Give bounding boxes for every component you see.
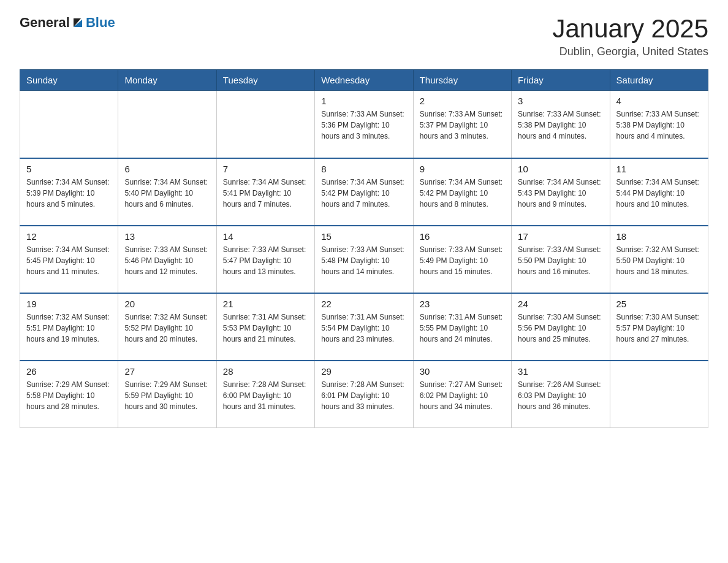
day-info: Sunrise: 7:33 AM Sunset: 5:47 PM Dayligh… xyxy=(223,244,308,277)
calendar-table: SundayMondayTuesdayWednesdayThursdayFrid… xyxy=(20,69,708,428)
calendar-cell: 5Sunrise: 7:34 AM Sunset: 5:39 PM Daylig… xyxy=(20,158,118,226)
day-info: Sunrise: 7:34 AM Sunset: 5:42 PM Dayligh… xyxy=(321,177,406,210)
day-number: 7 xyxy=(223,164,308,174)
day-info: Sunrise: 7:34 AM Sunset: 5:44 PM Dayligh… xyxy=(616,177,702,210)
day-number: 24 xyxy=(518,299,603,309)
logo-icon xyxy=(71,16,85,29)
day-info: Sunrise: 7:29 AM Sunset: 5:59 PM Dayligh… xyxy=(124,379,210,412)
calendar-week-4: 19Sunrise: 7:32 AM Sunset: 5:51 PM Dayli… xyxy=(20,293,708,361)
calendar-cell: 14Sunrise: 7:33 AM Sunset: 5:47 PM Dayli… xyxy=(216,226,314,293)
header-sunday: Sunday xyxy=(20,70,118,91)
calendar-week-2: 5Sunrise: 7:34 AM Sunset: 5:39 PM Daylig… xyxy=(20,158,708,226)
day-info: Sunrise: 7:28 AM Sunset: 6:00 PM Dayligh… xyxy=(223,379,308,412)
day-info: Sunrise: 7:30 AM Sunset: 5:57 PM Dayligh… xyxy=(616,312,702,345)
calendar-cell: 6Sunrise: 7:34 AM Sunset: 5:40 PM Daylig… xyxy=(118,158,216,226)
calendar-cell: 3Sunrise: 7:33 AM Sunset: 5:38 PM Daylig… xyxy=(512,91,610,158)
calendar-title: January 2025 xyxy=(552,15,708,43)
day-number: 11 xyxy=(616,164,702,174)
calendar-cell: 22Sunrise: 7:31 AM Sunset: 5:54 PM Dayli… xyxy=(315,293,413,361)
day-info: Sunrise: 7:33 AM Sunset: 5:38 PM Dayligh… xyxy=(518,109,603,142)
calendar-cell: 10Sunrise: 7:34 AM Sunset: 5:43 PM Dayli… xyxy=(512,158,610,226)
calendar-cell: 7Sunrise: 7:34 AM Sunset: 5:41 PM Daylig… xyxy=(216,158,314,226)
calendar-cell: 26Sunrise: 7:29 AM Sunset: 5:58 PM Dayli… xyxy=(20,361,118,428)
day-number: 27 xyxy=(124,366,210,377)
calendar-cell: 18Sunrise: 7:32 AM Sunset: 5:50 PM Dayli… xyxy=(610,226,708,293)
day-info: Sunrise: 7:33 AM Sunset: 5:37 PM Dayligh… xyxy=(420,109,505,142)
day-info: Sunrise: 7:30 AM Sunset: 5:56 PM Dayligh… xyxy=(518,312,603,345)
calendar-cell: 27Sunrise: 7:29 AM Sunset: 5:59 PM Dayli… xyxy=(118,361,216,428)
day-number: 3 xyxy=(518,96,603,106)
day-number: 31 xyxy=(518,366,603,377)
day-number: 18 xyxy=(616,231,702,242)
logo: General Blue xyxy=(20,15,115,31)
calendar-header-row: SundayMondayTuesdayWednesdayThursdayFrid… xyxy=(20,70,708,91)
calendar-cell xyxy=(118,91,216,158)
day-info: Sunrise: 7:34 AM Sunset: 5:39 PM Dayligh… xyxy=(26,177,112,210)
title-block: January 2025 Dublin, Georgia, United Sta… xyxy=(552,15,708,58)
day-info: Sunrise: 7:33 AM Sunset: 5:46 PM Dayligh… xyxy=(124,244,210,277)
day-number: 19 xyxy=(26,299,112,309)
day-info: Sunrise: 7:31 AM Sunset: 5:55 PM Dayligh… xyxy=(420,312,505,345)
calendar-cell: 17Sunrise: 7:33 AM Sunset: 5:50 PM Dayli… xyxy=(512,226,610,293)
calendar-cell: 21Sunrise: 7:31 AM Sunset: 5:53 PM Dayli… xyxy=(216,293,314,361)
day-number: 12 xyxy=(26,231,112,242)
calendar-week-1: 1Sunrise: 7:33 AM Sunset: 5:36 PM Daylig… xyxy=(20,91,708,158)
header-tuesday: Tuesday xyxy=(216,70,314,91)
day-info: Sunrise: 7:26 AM Sunset: 6:03 PM Dayligh… xyxy=(518,379,603,412)
logo-text-blue: Blue xyxy=(86,15,115,31)
day-info: Sunrise: 7:32 AM Sunset: 5:51 PM Dayligh… xyxy=(26,312,112,345)
day-info: Sunrise: 7:33 AM Sunset: 5:36 PM Dayligh… xyxy=(321,109,406,142)
day-number: 10 xyxy=(518,164,603,174)
calendar-cell: 19Sunrise: 7:32 AM Sunset: 5:51 PM Dayli… xyxy=(20,293,118,361)
calendar-cell: 11Sunrise: 7:34 AM Sunset: 5:44 PM Dayli… xyxy=(610,158,708,226)
calendar-cell: 12Sunrise: 7:34 AM Sunset: 5:45 PM Dayli… xyxy=(20,226,118,293)
calendar-cell: 30Sunrise: 7:27 AM Sunset: 6:02 PM Dayli… xyxy=(413,361,511,428)
calendar-week-5: 26Sunrise: 7:29 AM Sunset: 5:58 PM Dayli… xyxy=(20,361,708,428)
calendar-cell: 23Sunrise: 7:31 AM Sunset: 5:55 PM Dayli… xyxy=(413,293,511,361)
day-info: Sunrise: 7:31 AM Sunset: 5:53 PM Dayligh… xyxy=(223,312,308,345)
day-number: 25 xyxy=(616,299,702,309)
day-info: Sunrise: 7:28 AM Sunset: 6:01 PM Dayligh… xyxy=(321,379,406,412)
day-number: 15 xyxy=(321,231,406,242)
day-number: 2 xyxy=(420,96,505,106)
day-number: 1 xyxy=(321,96,406,106)
calendar-cell: 25Sunrise: 7:30 AM Sunset: 5:57 PM Dayli… xyxy=(610,293,708,361)
day-number: 8 xyxy=(321,164,406,174)
day-info: Sunrise: 7:32 AM Sunset: 5:50 PM Dayligh… xyxy=(616,244,702,277)
calendar-cell: 9Sunrise: 7:34 AM Sunset: 5:42 PM Daylig… xyxy=(413,158,511,226)
day-number: 20 xyxy=(124,299,210,309)
day-number: 22 xyxy=(321,299,406,309)
calendar-week-3: 12Sunrise: 7:34 AM Sunset: 5:45 PM Dayli… xyxy=(20,226,708,293)
calendar-cell xyxy=(20,91,118,158)
day-number: 17 xyxy=(518,231,603,242)
calendar-cell: 31Sunrise: 7:26 AM Sunset: 6:03 PM Dayli… xyxy=(512,361,610,428)
calendar-cell: 8Sunrise: 7:34 AM Sunset: 5:42 PM Daylig… xyxy=(315,158,413,226)
header-friday: Friday xyxy=(512,70,610,91)
day-info: Sunrise: 7:34 AM Sunset: 5:45 PM Dayligh… xyxy=(26,244,112,277)
calendar-cell: 20Sunrise: 7:32 AM Sunset: 5:52 PM Dayli… xyxy=(118,293,216,361)
day-info: Sunrise: 7:34 AM Sunset: 5:40 PM Dayligh… xyxy=(124,177,210,210)
day-info: Sunrise: 7:31 AM Sunset: 5:54 PM Dayligh… xyxy=(321,312,406,345)
header-monday: Monday xyxy=(118,70,216,91)
calendar-cell: 16Sunrise: 7:33 AM Sunset: 5:49 PM Dayli… xyxy=(413,226,511,293)
calendar-cell: 1Sunrise: 7:33 AM Sunset: 5:36 PM Daylig… xyxy=(315,91,413,158)
calendar-subtitle: Dublin, Georgia, United States xyxy=(552,45,708,58)
day-info: Sunrise: 7:33 AM Sunset: 5:48 PM Dayligh… xyxy=(321,244,406,277)
calendar-cell: 29Sunrise: 7:28 AM Sunset: 6:01 PM Dayli… xyxy=(315,361,413,428)
calendar-cell: 24Sunrise: 7:30 AM Sunset: 5:56 PM Dayli… xyxy=(512,293,610,361)
day-number: 5 xyxy=(26,164,112,174)
day-number: 26 xyxy=(26,366,112,377)
calendar-cell: 28Sunrise: 7:28 AM Sunset: 6:00 PM Dayli… xyxy=(216,361,314,428)
calendar-cell: 13Sunrise: 7:33 AM Sunset: 5:46 PM Dayli… xyxy=(118,226,216,293)
day-number: 16 xyxy=(420,231,505,242)
day-number: 21 xyxy=(223,299,308,309)
header-thursday: Thursday xyxy=(413,70,511,91)
day-number: 29 xyxy=(321,366,406,377)
day-info: Sunrise: 7:27 AM Sunset: 6:02 PM Dayligh… xyxy=(420,379,505,412)
day-info: Sunrise: 7:34 AM Sunset: 5:42 PM Dayligh… xyxy=(420,177,505,210)
calendar-cell xyxy=(610,361,708,428)
day-number: 23 xyxy=(420,299,505,309)
day-number: 14 xyxy=(223,231,308,242)
calendar-cell: 15Sunrise: 7:33 AM Sunset: 5:48 PM Dayli… xyxy=(315,226,413,293)
day-number: 13 xyxy=(124,231,210,242)
